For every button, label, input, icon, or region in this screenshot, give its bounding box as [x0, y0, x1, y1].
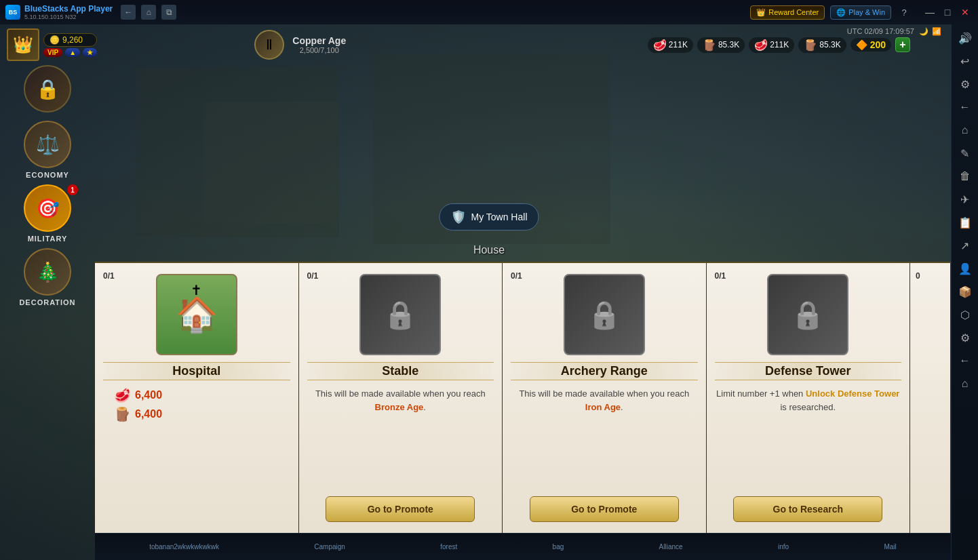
defense-research-button[interactable]: Go to Research	[733, 496, 882, 522]
defense-name-banner: Defense Tower	[715, 362, 902, 380]
bottom-nav: tobanan2wkwkwkwkwk Campaign forest bag A…	[95, 533, 951, 560]
play-win-button[interactable]: 🌐 Play & Win	[830, 5, 891, 20]
nav-item-info[interactable]: info	[778, 543, 789, 551]
plane-icon[interactable]: ✈	[954, 188, 976, 210]
nav-item-alliance[interactable]: Alliance	[659, 543, 683, 551]
age-emblem[interactable]: Ⅱ	[254, 30, 284, 60]
window-controls: — □ ✕	[922, 5, 973, 20]
archery-lock-icon: 🔒	[587, 299, 621, 331]
partial-count: 0	[916, 271, 920, 281]
play-win-label: Play & Win	[848, 8, 885, 16]
meat-amount-1: 211K	[669, 40, 688, 49]
sidebar-item-economy[interactable]: ⚖️ ECONOMY	[10, 121, 85, 179]
close-button[interactable]: ✕	[958, 5, 973, 20]
hud-right: 🥩 211K 🪵 85.3K 🥩 211K 🪵 85.3K 🔶 200 +	[504, 37, 944, 53]
home2-icon[interactable]: ⌂	[954, 373, 976, 395]
nav-item-mail[interactable]: Mail	[884, 543, 896, 551]
planet-icon: 🌐	[836, 8, 846, 17]
right-toolbar: 🔊 ↩ ⚙ ← ⌂ ✎ 🗑 ✈ 📋 ↗ 👤 📦 ⬡ ⚙ ← ⌂	[951, 24, 978, 560]
home-nav-icon[interactable]: ⌂	[954, 119, 976, 141]
stable-desc-suffix: .	[423, 402, 426, 412]
gold-amount: 200	[870, 39, 886, 50]
settings-icon[interactable]: ⚙	[954, 73, 976, 95]
military-label: MILITARY	[28, 235, 68, 243]
hud-center: Ⅱ Copper Age 2,500/7,100	[97, 30, 503, 60]
nav-item-campaign[interactable]: Campaign	[314, 543, 345, 551]
bluestacks-logo: BS BlueStacks App Player 5.10.150.1015 N…	[5, 4, 113, 20]
decoration-icon: 🎄	[24, 248, 71, 296]
hospital-cost-meat: 🥩 6,400	[114, 387, 162, 403]
town-hall-shield-icon: 🛡️	[451, 209, 466, 224]
house-label: House	[473, 244, 505, 256]
archery-desc: This will be made available when you rea…	[511, 387, 698, 489]
gold-icon: 🔶	[856, 39, 867, 50]
restore-button[interactable]: □	[940, 5, 955, 20]
sidebar-item-decoration[interactable]: 🎄 DECORATION	[10, 248, 85, 306]
gear2-icon[interactable]: ⚙	[954, 327, 976, 348]
archery-promote-button[interactable]: Go to Promote	[530, 496, 679, 522]
reward-center-button[interactable]: 👑 Reward Center	[750, 5, 825, 20]
box-icon[interactable]: 📦	[954, 281, 976, 302]
stable-desc: This will be made available when you rea…	[307, 387, 494, 489]
user-icon[interactable]: 👤	[954, 258, 976, 279]
bluestacks-info: BlueStacks App Player 5.10.150.1015 N32	[24, 4, 113, 20]
wood-amount-2: 85.3K	[819, 40, 840, 49]
partial-card: 0	[910, 263, 951, 533]
decoration-label: DECORATION	[19, 298, 75, 306]
pencil-icon[interactable]: ✎	[954, 142, 976, 164]
stable-promote-button[interactable]: Go to Promote	[326, 496, 475, 522]
stable-highlight: Bronze Age	[375, 402, 424, 412]
military-badge: 1	[67, 184, 78, 195]
app-version: 5.10.150.1015 N32	[24, 14, 113, 20]
archery-name: Archery Range	[524, 364, 684, 378]
trash-icon[interactable]: 🗑	[954, 165, 976, 187]
bluestacks-icon: BS	[5, 5, 20, 20]
app-title: BlueStacks App Player	[24, 4, 113, 14]
home-button[interactable]: ⌂	[141, 5, 156, 20]
resource-meat-1: 🥩 211K	[648, 37, 693, 53]
wood-cost-amount: 6,400	[135, 408, 162, 420]
top-icons: ?	[897, 5, 912, 20]
age-progress: 2,500/7,100	[292, 46, 346, 54]
hospital-image: 🏠 ✝	[156, 274, 237, 355]
left-arrow-icon[interactable]: ←	[954, 350, 976, 372]
expand-icon[interactable]: ↗	[954, 235, 976, 256]
resource-meat-2: 🥩 211K	[749, 37, 794, 53]
defense-lock-icon: 🔒	[791, 299, 825, 331]
hospital-name: Hospital	[117, 364, 277, 378]
meat-amount-2: 211K	[770, 40, 789, 49]
meat-cost-amount: 6,400	[135, 389, 162, 401]
meat-icon-2: 🥩	[754, 39, 768, 52]
archery-name-banner: Archery Range	[511, 362, 698, 380]
stable-name: Stable	[321, 364, 481, 378]
research-button[interactable]: 🔒	[24, 65, 71, 113]
age-display: Copper Age 2,500/7,100	[292, 35, 346, 54]
town-hall-popup[interactable]: 🛡️ My Town Hall	[439, 203, 539, 231]
nav-item-forest[interactable]: forest	[440, 543, 457, 551]
stable-count: 0/1	[307, 271, 319, 281]
resource-wood-2: 🪵 85.3K	[798, 37, 846, 53]
undo-icon[interactable]: ↩	[954, 50, 976, 72]
archery-desc-text: This will be made available when you rea…	[519, 388, 689, 399]
minimize-button[interactable]: —	[922, 5, 937, 20]
sound-icon[interactable]: 🔊	[954, 27, 976, 49]
defense-desc-text: Limit number +1 when	[716, 388, 806, 399]
hospital-building-icon: 🏠	[176, 295, 218, 334]
stable-desc-text: This will be made available when you rea…	[315, 388, 486, 399]
nav-item-bag[interactable]: bag	[553, 543, 564, 551]
sidebar-item-military[interactable]: 🎯 1 MILITARY	[10, 184, 85, 243]
economy-label: ECONOMY	[26, 171, 69, 179]
tabs-button[interactable]: ⧉	[161, 5, 176, 20]
age-name: Copper Age	[292, 35, 346, 46]
clipboard-icon[interactable]: 📋	[954, 212, 976, 233]
hex-icon[interactable]: ⬡	[954, 304, 976, 325]
back-button[interactable]: ←	[121, 5, 136, 20]
help-icon[interactable]: ?	[897, 5, 912, 20]
stable-lock-overlay: 🔒	[383, 299, 417, 331]
add-gold-button[interactable]: +	[895, 37, 910, 52]
wood-amount-1: 85.3K	[718, 40, 739, 49]
back-nav-icon[interactable]: ←	[954, 96, 976, 118]
crown-icon: 👑	[756, 8, 766, 17]
town-hall-label: My Town Hall	[471, 212, 528, 222]
nav-item-user[interactable]: tobanan2wkwkwkwkwk	[149, 543, 219, 551]
